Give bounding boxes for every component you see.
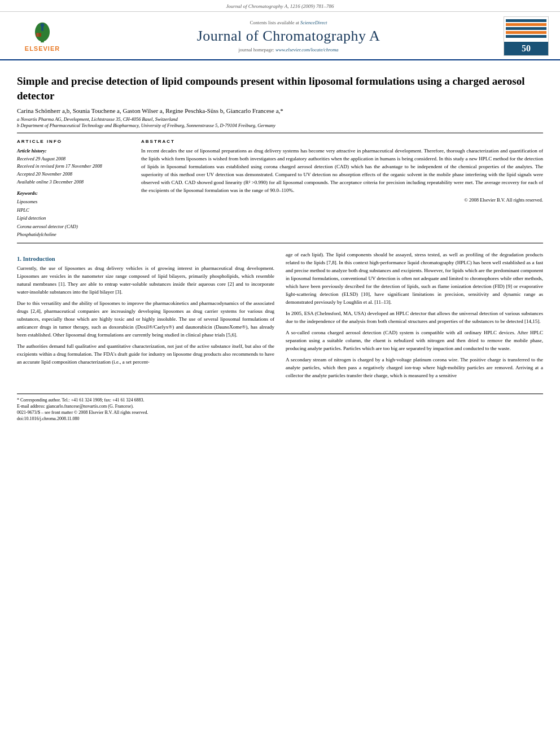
- article-history: Article history: Received 29 August 2008…: [17, 147, 130, 186]
- history-line-3: Available online 3 December 2008: [17, 178, 130, 186]
- right-para-1: In 2005, ESA (Chelmsford, MA, USA) devel…: [286, 310, 543, 326]
- body-left-col: 1. Introduction Currently, the use of li…: [17, 251, 274, 383]
- elsevier-text: ELSEVIER: [25, 45, 60, 52]
- history-line-1: Received in revised form 17 November 200…: [17, 163, 130, 171]
- logo-stripes: [504, 17, 548, 42]
- affiliations: a Novartis Pharma AG, Development, Licht…: [17, 116, 543, 128]
- abstract-copyright: © 2008 Elsevier B.V. All rights reserved…: [141, 197, 543, 203]
- svg-rect-3: [41, 27, 43, 30]
- right-para-0: age of each lipid). The lipid components…: [286, 251, 543, 307]
- keywords-list: Liposomes HPLC Lipid detection Corona ae…: [17, 198, 130, 238]
- body-content: 1. Introduction Currently, the use of li…: [17, 251, 543, 383]
- footnote-star: * Corresponding author. Tel.: +41 61 324…: [17, 397, 543, 403]
- authors-line: Carina Schönherr a,b, Sounia Touchene a,…: [17, 107, 543, 114]
- kw-4: Phosphatidylcholine: [17, 230, 130, 238]
- authors-text: Carina Schönherr a,b, Sounia Touchene a,…: [17, 107, 283, 114]
- kw-1: HPLC: [17, 206, 130, 214]
- stripe-1: [506, 19, 546, 22]
- journal-header: ELSEVIER Contents lists available at Sci…: [0, 12, 560, 60]
- footnotes: * Corresponding author. Tel.: +41 61 324…: [17, 394, 543, 421]
- stripe-5: [506, 35, 546, 38]
- article-title: Simple and precise detection of lipid co…: [17, 74, 543, 103]
- svg-rect-5: [37, 33, 39, 37]
- keywords-label: Keywords:: [17, 190, 130, 196]
- history-label: Article history:: [17, 147, 130, 155]
- right-para-2: A so-called corona charged aerosol detec…: [286, 329, 543, 353]
- journal-citation: Journal of Chromatography A, 1216 (2009)…: [226, 3, 334, 9]
- article-info-heading: ARTICLE INFO: [17, 139, 130, 144]
- page: Journal of Chromatography A, 1216 (2009)…: [0, 0, 560, 747]
- affil-1: a Novartis Pharma AG, Development, Licht…: [17, 116, 543, 122]
- article-info-column: ARTICLE INFO Article history: Received 2…: [17, 139, 130, 238]
- homepage-url[interactable]: www.elsevier.com/locate/chroma: [275, 47, 338, 53]
- intro-para-1: Due to this versatility and the ability …: [17, 300, 274, 339]
- sciencedirect-bar: Contents lists available at ScienceDirec…: [73, 20, 504, 25]
- main-content: Simple and precise detection of lipid co…: [0, 60, 560, 434]
- affil-2: b Department of Pharmaceutical Technolog…: [17, 123, 543, 128]
- abstract-column: ABSTRACT In recent decades the use of li…: [141, 139, 543, 238]
- intro-para-2: The authorities demand full qualitative …: [17, 343, 274, 366]
- footnote-email: E-mail address: giancarlo.francese@novar…: [17, 404, 543, 409]
- stripe-4: [506, 31, 546, 34]
- history-line-2: Accepted 20 November 2008: [17, 171, 130, 178]
- intro-para-0: Currently, the use of liposomes as drug …: [17, 265, 274, 296]
- kw-0: Liposomes: [17, 198, 130, 206]
- divider-top: [17, 133, 543, 133]
- stripe-2: [506, 23, 546, 26]
- abstract-text: In recent decades the use of liposomal p…: [141, 147, 543, 195]
- header-center: Contents lists available at ScienceDirec…: [73, 20, 504, 53]
- intro-title: 1. Introduction: [17, 256, 274, 262]
- stripe-3: [506, 27, 546, 30]
- top-banner: Journal of Chromatography A, 1216 (2009)…: [0, 0, 560, 12]
- info-abstract-section: ARTICLE INFO Article history: Received 2…: [17, 139, 543, 238]
- history-line-0: Received 29 August 2008: [17, 155, 130, 163]
- logo-badge: 50: [504, 42, 548, 55]
- body-right-col: age of each lipid). The lipid components…: [286, 251, 543, 383]
- right-para-3: A secondary stream of nitrogen is charge…: [286, 356, 543, 380]
- elsevier-tree-icon: [25, 20, 59, 44]
- abstract-heading: ABSTRACT: [141, 139, 543, 144]
- divider-body: [17, 243, 543, 243]
- sciencedirect-link[interactable]: ScienceDirect: [300, 20, 327, 25]
- footnote-issn: 0021-9673/$ – see front matter © 2008 El…: [17, 410, 543, 415]
- svg-point-2: [41, 23, 45, 27]
- keywords-section: Keywords: Liposomes HPLC Lipid detection…: [17, 190, 130, 238]
- kw-2: Lipid detection: [17, 214, 130, 222]
- journal-logo-right: 50: [504, 16, 549, 56]
- footnote-doi: doi:10.1016/j.chroma.2008.11.080: [17, 416, 543, 421]
- journal-title: Journal of Chromatography A: [73, 28, 504, 45]
- journal-homepage: journal homepage: www.elsevier.com/locat…: [73, 47, 504, 53]
- elsevier-logo-container: ELSEVIER: [11, 20, 73, 52]
- kw-3: Corona aerosol detector (CAD): [17, 222, 130, 230]
